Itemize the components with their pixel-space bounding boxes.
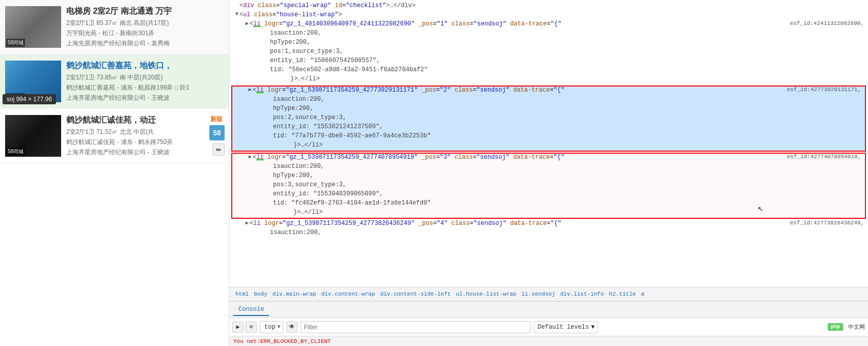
property-agent-3: 上海齐星房地产经纪有限公司 - 王晓波	[66, 148, 224, 157]
code-line-entity-3: entity_id: "1553040399065099",	[232, 190, 865, 199]
breadcrumb-li-sendsoj[interactable]: li.sendsoj	[520, 290, 557, 298]
expand-triangle-li3[interactable]: ▶	[249, 154, 252, 160]
code-line-tid-3: tid: "fc462ef9-2763-4104-ae1d-1fa6e144ef…	[232, 199, 865, 209]
default-levels-label: Default levels	[537, 324, 589, 331]
chevron-down-icon: ▼	[278, 324, 281, 330]
code-line-li-2: ▶ <li logr="gz_1_53987117354259_42773929…	[232, 86, 865, 96]
code-line-li-3: ▶ <li logr="gz_1_53987117354259_42774078…	[232, 154, 865, 163]
property-info-3: 鹤沙航城汇诚佳苑，动迁 2室2厅1卫 71.52㎡ 北北 中层(共 鹤沙航城汇诚…	[66, 115, 224, 157]
breadcrumb-house-list-wrap[interactable]: ul.house-list-wrap	[454, 290, 519, 298]
code-line-pos-3: pos:3,source_type:3,	[232, 181, 865, 190]
property-thumbnail-1: 58同城	[5, 6, 61, 48]
code-line-hptype-2: hpType:200,	[232, 105, 865, 114]
code-line-isauction-3: isauction:200,	[232, 163, 865, 172]
breadcrumb-bar: html body div.main-wrap div.content-wrap…	[229, 287, 868, 301]
code-line-close-3: }>…</li>	[232, 209, 865, 218]
code-line-close-2: }>…</li>	[232, 141, 865, 151]
code-line-pos-2: pos:2,source_type:3,	[232, 114, 865, 123]
breadcrumb-div-list-info[interactable]: div.list-info	[558, 290, 606, 298]
property-list-panel: 58同城 电梯房 2室2厅 南北通透 万宇 2室2厅1卫 85.37㎡ 南北 高…	[0, 0, 229, 346]
esf-id-4: esf_id:42773826436249,	[790, 220, 864, 226]
edit-icon[interactable]: ✏	[212, 143, 225, 156]
property-title-3: 鹤沙航城汇诚佳苑，动迁	[66, 115, 224, 126]
breadcrumb-body[interactable]: body	[252, 290, 269, 298]
php-badge: php	[828, 323, 843, 331]
highlight-box-2: ▶ <li logr="gz_1_53987117354259_42774078…	[231, 153, 866, 219]
console-input-row: ▶ ⊘ top ▼ 👁 Default levels ▼ php 中文网	[229, 318, 868, 336]
code-line-tid-2: tid: "77a7b779-dbe8-4592-ae67-9a4ce3b225…	[232, 132, 865, 141]
property-title-1: 电梯房 2室2厅 南北通透 万宇	[66, 6, 224, 17]
property-agent-1: 上海先原房地产经纪有限公司 - 袁秀梅	[66, 39, 224, 48]
property-community-2: 鹤沙航城汇善嘉苑 - 浦东 - 航昌路199弄 □ 距1	[66, 83, 224, 92]
console-tab[interactable]: Console	[233, 304, 269, 316]
esf-id-1: esf_id:42411322082690,	[790, 20, 864, 26]
esf-id-3: esf_id:42774078954919,	[787, 154, 861, 160]
code-line-isauction-4: isauction:200,	[229, 229, 868, 238]
property-details-2: 2室1厅1卫 73.85㎡ 南 中层(共20层)	[66, 73, 224, 82]
top-select[interactable]: top ▼	[260, 321, 283, 333]
breadcrumb-content-wrap[interactable]: div.content-wrap	[319, 290, 377, 298]
status-bar: You net:ERR_BLOCKED_BY_CLIENT	[229, 336, 868, 346]
property-title-2: 鹤沙航城汇善嘉苑，地铁口，	[66, 61, 224, 71]
property-agent-2: 上海齐星房地产经纪有限公司 - 王晓波	[66, 94, 224, 102]
devtools-panel: <div class="special-wrap" id="checklist"…	[229, 0, 868, 346]
property-details-1: 2室2厅1卫 85.37㎡ 南北 高层(共17层)	[66, 19, 224, 27]
code-line-isauction-1: isauction:200,	[229, 30, 868, 39]
code-line-pos-1: pos:1,source_type:3,	[229, 48, 868, 57]
property-info-1: 电梯房 2室2厅 南北通透 万宇 2室2厅1卫 85.37㎡ 南北 高层(共17…	[66, 6, 224, 48]
breadcrumb-html[interactable]: html	[233, 290, 251, 298]
badge-58com: 58同城	[6, 39, 25, 47]
console-controls: ▶ ⊘	[232, 322, 257, 333]
breadcrumb-content-side-left[interactable]: div.content-side-left	[378, 290, 453, 298]
breadcrumb-main-wrap[interactable]: div.main-wrap	[270, 290, 318, 298]
code-line-ul: ▼ <ul class="house-list-wrap">	[229, 11, 868, 20]
code-line-li-4: ▶ <li logr="gz_1_53987117354259_42773826…	[229, 220, 868, 229]
expand-triangle-li1[interactable]: ▶	[246, 20, 249, 26]
breadcrumb-a[interactable]: a	[639, 290, 646, 298]
code-line-tid-1: tid: "56ece502-a9d8-43a2-9451-f6ab2704ba…	[229, 66, 868, 75]
property-community-3: 鹤沙航城汇诚佳苑 - 浦东 - 鹤永路750弄	[66, 138, 224, 147]
code-line-hptype-1: hpType:200,	[229, 39, 868, 48]
expand-triangle-li4[interactable]: ▶	[246, 220, 249, 226]
eye-icon: 👁	[289, 323, 295, 331]
code-line-isauction-2: isauction:200,	[232, 96, 865, 105]
default-levels-select[interactable]: Default levels ▼	[534, 321, 598, 333]
console-toolbar: Console	[229, 301, 868, 318]
stop-button[interactable]: ⊘	[246, 322, 257, 333]
breadcrumb-h2-title[interactable]: h2.title	[607, 290, 638, 298]
status-text: You net:ERR_BLOCKED_BY_CLIENT	[233, 338, 331, 344]
top-select-label: top	[262, 324, 278, 331]
filter-input[interactable]	[301, 321, 531, 333]
property-details-3: 2室2厅1卫 71.52㎡ 北北 中层(共	[66, 128, 224, 136]
property-info-2: 鹤沙航城汇善嘉苑，地铁口， 2室1厅1卫 73.85㎡ 南 中层(共20层) 鹤…	[66, 61, 224, 102]
badge-58com-3: 58同城	[6, 148, 25, 156]
property-community-1: 万宇阳光苑 - 松江 - 新南街301弄	[66, 29, 224, 38]
code-line-close-1: }>…</li>	[229, 75, 868, 84]
code-line-entity-1: entity_id: "1506607542508557",	[229, 57, 868, 66]
code-line-li-1: ▶ <li logr="gz_1_40140309640979_42411322…	[229, 20, 868, 30]
chevron-down-icon-levels: ▼	[591, 324, 594, 331]
expand-triangle-li2[interactable]: ▶	[249, 86, 252, 93]
execute-button[interactable]: ▶	[232, 322, 243, 333]
58-icon: 58	[213, 129, 221, 137]
expand-triangle[interactable]: ▼	[235, 11, 238, 17]
property-card-3[interactable]: 新版 58 ✏ 58同城 鹤沙航城汇诚佳苑，动迁 2室2厅1卫 71.52㎡ 北…	[0, 109, 229, 163]
devtools-code-area[interactable]: <div class="special-wrap" id="checklist"…	[229, 0, 868, 287]
code-line-div-special: <div class="special-wrap" id="checklist"…	[229, 2, 868, 11]
code-line-entity-2: entity_id: "1553021241237509",	[232, 123, 865, 132]
property-thumbnail-3: 58同城	[5, 115, 61, 157]
dimension-tooltip: soj 994 × 177.96	[3, 94, 56, 104]
eye-button[interactable]: 👁	[286, 322, 297, 333]
new-badge: 新版	[210, 116, 223, 123]
property-card-1[interactable]: 58同城 电梯房 2室2厅 南北通透 万宇 2室2厅1卫 85.37㎡ 南北 高…	[0, 0, 229, 54]
esf-id-2: esf_id:42773929131171,	[787, 86, 861, 93]
cn-text: 中文网	[848, 323, 865, 331]
highlight-box-1: ▶ <li logr="gz_1_53987117354259_42773929…	[231, 85, 866, 152]
code-line-hptype-3: hpType:200,	[232, 172, 865, 181]
